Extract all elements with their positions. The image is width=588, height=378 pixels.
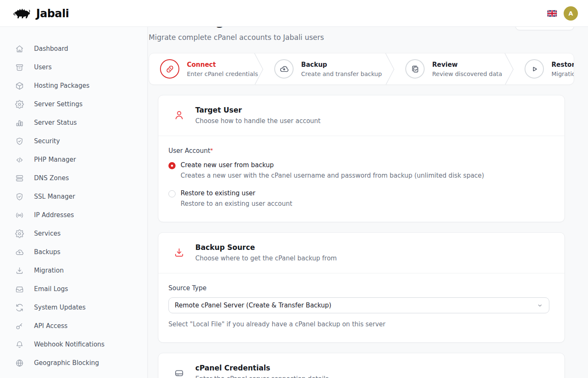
package-icon (15, 81, 24, 90)
card-title: cPanel Credentials (195, 364, 329, 372)
download-icon (15, 266, 24, 275)
shield-check-icon (15, 192, 24, 201)
app-header: Jabali A (0, 0, 588, 27)
clipboard-check-icon (405, 59, 425, 79)
sidebar-item-server-status[interactable]: Server Status (0, 113, 147, 132)
source-type-helper: Select "Local File" if you already have … (168, 320, 549, 328)
sidebar-item-hosting-packages[interactable]: Hosting Packages (0, 76, 147, 95)
sidebar-item-webhook-notifications[interactable]: Webhook Notifications (0, 335, 147, 354)
person-icon (173, 110, 185, 121)
sidebar-item-label: Email Logs (34, 285, 68, 293)
server-icon (15, 174, 24, 183)
sidebar-item-ssl-manager[interactable]: SSL Manager (0, 187, 147, 206)
chevron-down-icon (537, 302, 543, 309)
sidebar-item-label: Geographic Blocking (34, 359, 99, 367)
user-account-radio-group: Create new user from backup Creates a ne… (168, 161, 549, 207)
sidebar-item-label: PHP Manager (34, 156, 76, 163)
key-icon (15, 322, 24, 331)
radio-option-create-new-user-from-backup[interactable]: Create new user from backup Creates a ne… (168, 161, 549, 179)
broadcast-icon (15, 211, 24, 220)
sidebar-item-label: Hosting Packages (34, 82, 89, 89)
user-avatar[interactable]: A (564, 6, 578, 21)
card-subtitle: Choose where to get the cPanel backup fr… (195, 255, 337, 262)
archive-icon (15, 63, 24, 72)
sidebar-item-label: Server Status (34, 119, 77, 126)
required-asterisk: * (210, 147, 213, 153)
migration-step-wizard: Connect Enter cPanel credentials Backup … (149, 53, 574, 85)
bell-icon (15, 340, 24, 349)
step-connect: Connect Enter cPanel credentials (149, 53, 254, 84)
inbox-icon (15, 285, 24, 294)
sidebar-item-label: Backups (34, 248, 60, 256)
radio-option-restore-to-existing-user[interactable]: Restore to existing user Restore to an e… (168, 189, 549, 207)
step-restore: Restore Migration progress (514, 53, 574, 84)
sidebar: Dashboard Users Hosting Packages Server … (0, 27, 148, 378)
home-icon (15, 45, 24, 53)
sidebar-item-migration[interactable]: Migration (0, 261, 147, 280)
page-subtitle: Migrate complete cPanel accounts to Jaba… (149, 33, 324, 42)
sidebar-item-system-updates[interactable]: System Updates (0, 298, 147, 317)
gear-icon (15, 100, 24, 109)
sidebar-item-geographic-blocking[interactable]: Geographic Blocking (0, 354, 147, 372)
code-icon (15, 155, 24, 164)
main-content: cPanel Migration Migrate complete cPanel… (148, 0, 588, 378)
source-type-select[interactable]: Remote cPanel Server (Create & Transfer … (168, 297, 549, 313)
play-icon (525, 59, 544, 79)
download-icon (173, 247, 185, 258)
card-subtitle: Choose how to handle the user account (195, 117, 320, 125)
sidebar-item-label: Server Settings (34, 100, 82, 108)
sidebar-item-label: Webhook Notifications (34, 341, 105, 348)
sidebar-item-label: Services (34, 230, 60, 237)
sidebar-item-label: DNS Zones (34, 174, 69, 182)
sidebar-item-backups[interactable]: Backups (0, 243, 147, 261)
sidebar-item-php-manager[interactable]: PHP Manager (0, 150, 147, 169)
sidebar-item-dns-zones[interactable]: DNS Zones (0, 169, 147, 187)
radio-control[interactable] (168, 162, 176, 169)
bar-chart-icon (15, 118, 24, 127)
sidebar-item-users[interactable]: Users (0, 58, 147, 76)
brand-name: Jabali (36, 7, 69, 20)
step-review: Review Review discovered data (394, 53, 504, 84)
sidebar-item-security[interactable]: Security (0, 132, 147, 150)
shield-check-icon (15, 137, 24, 146)
backup-source-card: Backup Source Choose where to get the cP… (158, 232, 565, 343)
sidebar-item-server-settings[interactable]: Server Settings (0, 95, 147, 113)
sidebar-item-label: Migration (34, 267, 64, 274)
card-subtitle: Enter the cPanel server connection detai… (195, 375, 329, 378)
sidebar-item-label: Dashboard (34, 45, 68, 52)
sidebar-item-ip-addresses[interactable]: IP Addresses (0, 206, 147, 224)
gear-icon (15, 229, 24, 238)
cloud-upload-icon (15, 248, 24, 257)
card-title: Backup Source (195, 243, 337, 252)
sidebar-item-label: System Updates (34, 304, 86, 311)
sidebar-item-label: Security (34, 137, 60, 145)
sidebar-item-label: API Access (34, 322, 68, 330)
sidebar-item-services[interactable]: Services (0, 224, 147, 243)
language-flag-icon[interactable] (547, 10, 557, 17)
boar-logo-icon (13, 7, 32, 20)
step-backup: Backup Create and transfer backup (263, 53, 385, 84)
hard-drive-icon (173, 368, 185, 378)
step-separator-chevron (385, 53, 394, 85)
link-icon (160, 59, 179, 79)
sidebar-item-label: SSL Manager (34, 193, 75, 200)
sidebar-item-api-access[interactable]: API Access (0, 317, 147, 335)
source-type-label: Source Type (168, 284, 549, 292)
brand: Jabali (13, 7, 69, 20)
sidebar-item-label: Users (34, 63, 52, 71)
sidebar-item-email-logs[interactable]: Email Logs (0, 280, 147, 298)
cpanel-credentials-card: cPanel Credentials Enter the cPanel serv… (158, 353, 565, 378)
globe-icon (15, 359, 24, 368)
step-separator-chevron (254, 53, 263, 85)
step-separator-chevron (504, 53, 514, 85)
radio-control[interactable] (168, 190, 176, 197)
sidebar-item-dashboard[interactable]: Dashboard (0, 39, 147, 58)
refresh-icon (15, 303, 24, 312)
card-title: Target User (195, 106, 320, 114)
target-user-card: Target User Choose how to handle the use… (158, 95, 565, 222)
cloud-download-icon (274, 59, 294, 79)
user-account-label: User Account* (168, 147, 549, 155)
sidebar-item-label: IP Addresses (34, 211, 74, 219)
